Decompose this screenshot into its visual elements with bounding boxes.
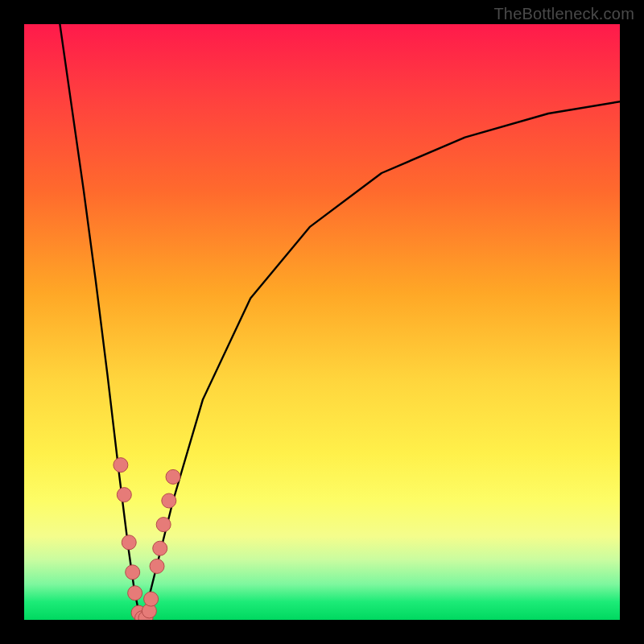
curve-left-branch <box>60 24 142 620</box>
plot-area <box>24 24 620 620</box>
chart-svg <box>24 24 620 620</box>
data-marker <box>117 488 131 502</box>
watermark-text: TheBottleneck.com <box>493 5 634 23</box>
data-marker <box>144 592 159 606</box>
curve-right-branch <box>142 101 620 620</box>
data-marker <box>162 493 176 508</box>
chart-frame: TheBottleneck.com <box>0 0 644 644</box>
data-marker <box>122 535 136 550</box>
data-marker <box>114 458 128 473</box>
data-marker <box>126 565 140 580</box>
data-marker <box>156 518 171 532</box>
data-marker <box>153 541 167 555</box>
data-marker <box>166 469 180 484</box>
data-marker <box>150 559 164 573</box>
data-marker <box>128 586 142 601</box>
